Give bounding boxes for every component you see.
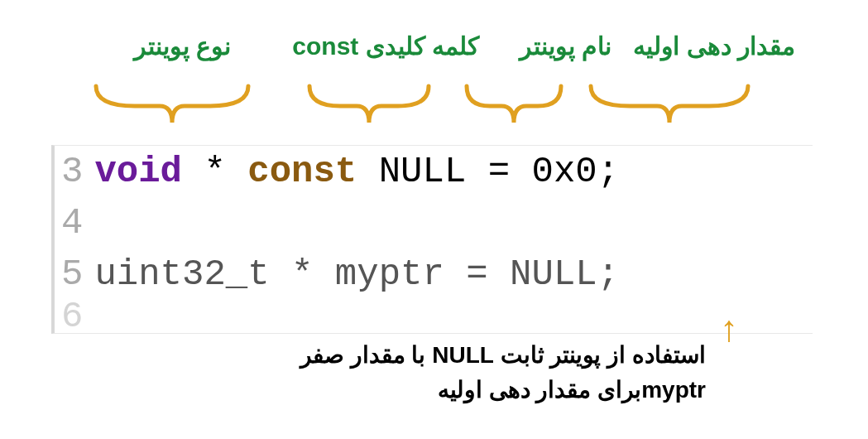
desc-text: با مقدار صفر bbox=[300, 342, 432, 368]
code-token-const: const bbox=[247, 151, 357, 192]
code-line-4: 4 bbox=[55, 197, 813, 248]
desc-text: استفاده از پوینتر ثابت bbox=[494, 342, 706, 368]
label-const-keyword: کلمه کلیدی const bbox=[292, 31, 479, 60]
brace-initial-value bbox=[584, 76, 755, 136]
desc-text-null: NULL bbox=[432, 342, 494, 368]
code-line-5: 5uint32_t * myptr = NULL; bbox=[55, 248, 813, 300]
code-line-6-partial: 6 bbox=[55, 300, 813, 333]
code-token-void: void bbox=[94, 151, 182, 192]
label-pointer-type: نوع پوینتر bbox=[134, 31, 231, 60]
description-line-1: استفاده از پوینتر ثابت NULL با مقدار صفر bbox=[300, 341, 706, 369]
code-token: * bbox=[182, 151, 247, 192]
label-pointer-name: نام پوینتر bbox=[520, 31, 611, 60]
description-line-2: برای مقدار دهی اولیه myptr bbox=[431, 376, 706, 403]
desc-text: برای مقدار دهی اولیه bbox=[431, 377, 641, 403]
line-number: 4 bbox=[61, 202, 83, 244]
code-block: 3void * const NULL = 0x0; 4 5uint32_t * … bbox=[51, 145, 813, 334]
line-number: 5 bbox=[61, 253, 83, 295]
line-number: 3 bbox=[61, 151, 83, 192]
arrow-up-icon: ↑ bbox=[720, 308, 738, 350]
label-initial-value: مقدار دهی اولیه bbox=[633, 31, 795, 60]
brace-pointer-name bbox=[460, 76, 568, 136]
desc-text-myptr: myptr bbox=[641, 377, 706, 403]
line-number: 6 bbox=[61, 296, 83, 337]
brace-const-keyword bbox=[303, 76, 435, 136]
code-token: uint32_t * myptr = NULL; bbox=[94, 253, 619, 295]
code-token: NULL = 0x0; bbox=[357, 151, 619, 192]
code-line-3: 3void * const NULL = 0x0; bbox=[55, 146, 813, 197]
brace-pointer-type bbox=[89, 76, 255, 136]
